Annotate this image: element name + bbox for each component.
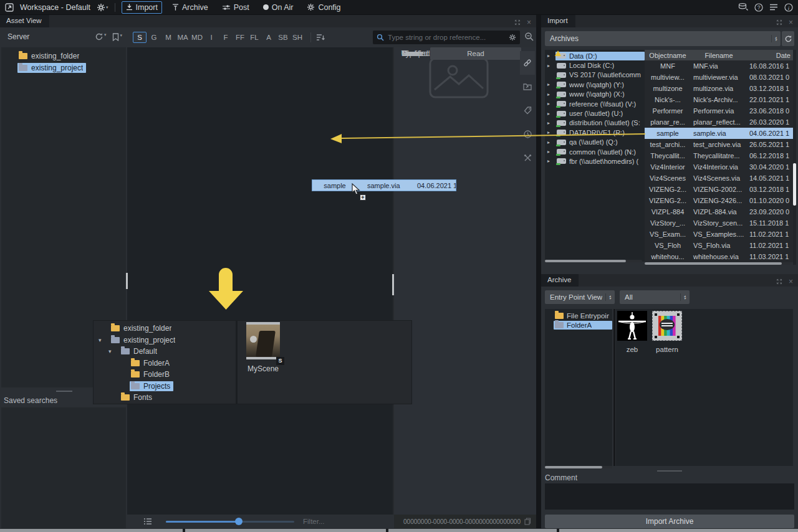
drive-tree-item[interactable]: ▸ user (\\autlet) (U:) [545, 108, 645, 118]
search-scope-icon[interactable] [524, 32, 534, 41]
table-row[interactable]: sample sample.via 04.06.2021 1 [645, 128, 793, 139]
type-filter-button[interactable]: A [262, 32, 276, 43]
type-filter-button[interactable]: I [204, 32, 218, 43]
expander-icon[interactable]: ▸ [547, 111, 555, 116]
expand-panel-icon[interactable] [776, 19, 782, 26]
copy-icon[interactable] [524, 518, 531, 525]
drive-tree-item[interactable]: ▸ distribution (\\autlet) (S: [545, 118, 645, 128]
workspace-settings-gear-icon[interactable]: ▾ [97, 3, 108, 12]
archive-menu-button[interactable]: Archive [168, 2, 212, 13]
config-menu-button[interactable]: Config [303, 2, 344, 13]
refresh-button[interactable] [782, 31, 794, 46]
expander-icon[interactable]: ▸ [547, 158, 555, 164]
project-tree-item[interactable]: Projects [94, 381, 236, 392]
expander-icon[interactable]: ▸ [547, 149, 555, 154]
close-panel-icon[interactable]: × [789, 278, 793, 285]
drive-tree-item[interactable]: ▸ qa (\\autlet) (Q:) [545, 138, 645, 147]
horizontal-scrollbar[interactable] [545, 260, 642, 262]
server-tree-item[interactable]: existing_folder [1, 50, 126, 62]
expander-icon[interactable]: ▸ [547, 92, 555, 97]
import-menu-button[interactable]: Import [122, 1, 162, 14]
expand-panel-icon[interactable] [776, 278, 782, 285]
filter-input[interactable] [303, 518, 377, 525]
database-icon[interactable] [738, 3, 748, 11]
type-filter-button[interactable]: S [133, 32, 147, 43]
type-filter-button[interactable]: G [147, 32, 161, 43]
table-row[interactable]: planar_re... planar_reflect... 26.03.202… [645, 116, 793, 128]
horizontal-scrollbar[interactable] [545, 466, 612, 468]
tools-icon[interactable] [520, 146, 535, 169]
table-row[interactable]: VIZPL-884 VIZPL-884.via 23.09.2020 0 [645, 206, 793, 217]
bookmark-icon[interactable]: ▾ [112, 33, 122, 41]
window-resize-bar[interactable] [0, 529, 798, 532]
table-row[interactable]: MNF MNF.via 16.08.2016 1 [645, 60, 793, 72]
archive-item[interactable]: pattern [652, 311, 682, 466]
list-view-icon[interactable] [143, 518, 152, 525]
info-icon[interactable]: i [784, 3, 793, 12]
expander-icon[interactable]: ▸ [547, 63, 555, 69]
archive-item[interactable]: zeb [617, 311, 647, 466]
project-tree-item[interactable]: ▾ Default [94, 346, 236, 358]
table-row[interactable]: VIZENG-2... VIZENG-2002... 03.12.2018 1 [645, 184, 793, 195]
splitter-handle[interactable] [657, 470, 682, 472]
table-row[interactable]: whitehou... whitehouse.via 11.03.2021 1 [645, 251, 793, 262]
entry-point-tree-item[interactable]: File Entrypoints [545, 311, 612, 321]
project-tree-item[interactable]: FolderA [94, 358, 236, 369]
entry-point-tree-item[interactable]: FolderA [545, 321, 612, 331]
table-row[interactable]: VS_Floh VS_Floh.via 11.02.2021 1 [645, 240, 793, 251]
type-filter-button[interactable]: MA [176, 32, 190, 43]
table-row[interactable]: Viz4Interior Viz4Interior.via 30.04.2020… [645, 161, 793, 173]
filter-all-dropdown[interactable]: All ▴▾ [620, 290, 690, 304]
table-row[interactable]: test_archi... test_archive.via 26.05.202… [645, 139, 793, 150]
dragged-asset-row[interactable]: sample sample.via 04.06.2021 1 [312, 179, 456, 191]
table-row[interactable]: multizone multizone.via 03.12.2018 1 [645, 83, 793, 94]
expander-icon[interactable]: ▸ [547, 101, 555, 107]
horizontal-scrollbar[interactable] [645, 262, 791, 265]
help-icon[interactable]: ? [754, 3, 763, 12]
table-row[interactable]: multiview... multiviewer.via 08.03.2021 … [645, 72, 793, 83]
table-row[interactable]: Viz4Scenes Viz4Scenes.via 14.05.2021 1 [645, 173, 793, 184]
type-filter-button[interactable]: FL [248, 32, 261, 43]
close-panel-icon[interactable]: × [789, 19, 793, 26]
table-row[interactable]: VS_Exam... VS_Examples.... 11.02.2021 1 [645, 229, 793, 240]
drive-tree-item[interactable]: ▸ DATADRIVE1 (R:) [545, 128, 645, 137]
server-sync-icon[interactable]: ▾ [95, 32, 107, 41]
search-input[interactable] [388, 34, 505, 41]
tab-import[interactable]: Import [541, 15, 575, 27]
drive-tree-item[interactable]: ▸ Data (D:) [545, 51, 645, 60]
drive-tree-item[interactable]: ▸ fbr (\\autlet\homedirs) ( [545, 156, 645, 166]
drive-tree-item[interactable]: ▸ reference (\\fsaut) (V:) [545, 99, 645, 108]
sort-icon[interactable] [316, 34, 325, 41]
search-options-gear-icon[interactable] [509, 34, 516, 41]
table-row[interactable]: Nick's-... Nick's-Archiv... 22.01.2021 1 [645, 94, 793, 105]
onair-menu-button[interactable]: On Air [259, 2, 297, 13]
table-row[interactable]: VizStory_... VizStory_scen... 15.11.2018… [645, 217, 793, 229]
project-tree-item[interactable]: Fonts [94, 392, 236, 404]
type-filter-button[interactable]: F [219, 32, 233, 43]
menu-icon[interactable] [769, 4, 778, 11]
thumbnail-size-slider[interactable] [166, 518, 294, 525]
type-filter-button[interactable]: SH [291, 32, 304, 43]
project-tree-item[interactable]: existing_folder [94, 323, 236, 335]
project-tree-item[interactable]: FolderB [94, 369, 236, 381]
link-icon[interactable] [520, 51, 535, 75]
tag-icon[interactable] [520, 98, 535, 122]
table-row[interactable]: VIZENG-2... VIZENG-2426... 01.10.2020 0 [645, 195, 793, 206]
drive-tree-item[interactable]: ▸ www (\\qatgh) (X:) [545, 90, 645, 99]
type-filter-button[interactable]: SB [276, 32, 290, 43]
splitter-handle[interactable] [126, 273, 128, 289]
type-filter-button[interactable]: M [161, 32, 175, 43]
scrollbar-thumb[interactable] [793, 163, 796, 206]
column-header[interactable]: Date [747, 52, 793, 59]
slider-knob[interactable] [235, 518, 243, 525]
server-tree-item[interactable]: existing_project [1, 62, 126, 74]
expander-icon[interactable]: ▸ [547, 130, 555, 135]
drive-tree-item[interactable]: VS 2017 (\\autlet\comm [545, 70, 645, 80]
import-archive-button[interactable]: Import Archive [545, 515, 794, 528]
project-tree-item[interactable]: ▾ existing_project [94, 335, 236, 346]
workspace-icon[interactable] [5, 3, 14, 12]
close-panel-icon[interactable]: × [527, 19, 531, 26]
type-filter-button[interactable]: MD [190, 32, 204, 43]
tab-asset-view[interactable]: Asset View [0, 15, 49, 27]
scene-thumbnail[interactable]: S [246, 322, 280, 359]
